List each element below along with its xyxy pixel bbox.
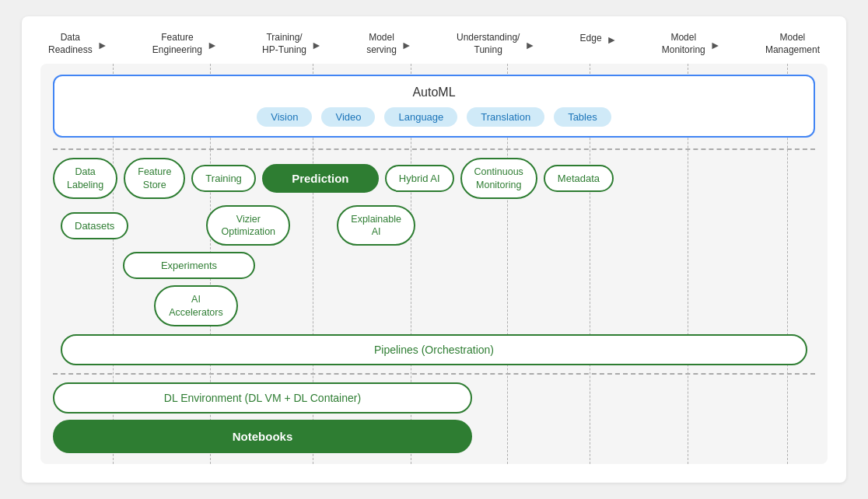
- pill-vizier[interactable]: VizierOptimization: [206, 205, 290, 246]
- diagram-area: AutoML Vision Video Language Translation…: [40, 64, 828, 464]
- separator-2: [53, 373, 815, 375]
- pill-datasets[interactable]: Datasets: [61, 212, 128, 239]
- automl-pill-tables: Tables: [554, 107, 611, 127]
- arrow-icon-2: ►: [207, 39, 218, 51]
- arrow-icon-5: ►: [524, 39, 535, 51]
- outer-container: DataReadiness ► FeatureEngineering ► Tra…: [22, 16, 846, 483]
- mid-section: DataLabeling FeatureStore Training Predi…: [53, 158, 815, 365]
- pipelines-bar[interactable]: Pipelines (Orchestration): [61, 334, 807, 365]
- automl-pill-vision: Vision: [257, 107, 312, 127]
- automl-pill-translation: Translation: [467, 107, 544, 127]
- arrow-icon-1: ►: [97, 39, 108, 51]
- pill-feature-store[interactable]: FeatureStore: [124, 158, 185, 199]
- arrow-icon-3: ►: [311, 39, 322, 51]
- separator-1: [53, 148, 815, 150]
- pill-hybrid-ai[interactable]: Hybrid AI: [385, 165, 454, 192]
- step-training-hp: Training/HP-Tuning ►: [262, 32, 327, 56]
- pill-data-labeling[interactable]: DataLabeling: [53, 158, 117, 199]
- automl-pill-video: Video: [321, 107, 375, 127]
- arrow-icon-4: ►: [401, 39, 412, 51]
- arrow-icon-6: ►: [607, 33, 618, 46]
- pill-experiments[interactable]: Experiments: [123, 252, 255, 279]
- step-model-serving: Modelserving ►: [366, 32, 417, 56]
- pill-ai-accelerators[interactable]: AIAccelerators: [154, 285, 238, 326]
- main-items-row: DataLabeling FeatureStore Training Predi…: [53, 158, 815, 199]
- step-understanding: Understanding/Tuning ►: [457, 32, 540, 56]
- notebooks-bar[interactable]: Notebooks: [53, 420, 472, 453]
- automl-pills: Vision Video Language Translation Tables: [67, 107, 801, 127]
- pill-explainable-ai[interactable]: ExplainableAI: [337, 205, 415, 246]
- step-data-readiness: DataReadiness ►: [48, 32, 113, 56]
- pill-training[interactable]: Training: [191, 165, 255, 192]
- automl-pill-language: Language: [384, 107, 457, 127]
- pill-prediction[interactable]: Prediction: [262, 164, 379, 193]
- step-edge: Edge ►: [580, 32, 622, 46]
- step-model-management: ModelManagement: [765, 32, 820, 56]
- automl-title: AutoML: [67, 85, 801, 99]
- dl-env-bar[interactable]: DL Environment (DL VM + DL Container): [53, 382, 472, 414]
- arrow-icon-7: ►: [710, 39, 721, 51]
- pipeline-header: DataReadiness ► FeatureEngineering ► Tra…: [40, 32, 828, 56]
- step-model-monitoring: ModelMonitoring ►: [662, 32, 726, 56]
- pill-metadata[interactable]: Metadata: [544, 165, 614, 192]
- pill-continuous-monitoring[interactable]: ContinuousMonitoring: [460, 158, 537, 199]
- step-feature-engineering: FeatureEngineering ►: [152, 32, 222, 56]
- automl-box: AutoML Vision Video Language Translation…: [53, 75, 815, 138]
- bottom-section: DL Environment (DL VM + DL Container) No…: [53, 382, 815, 453]
